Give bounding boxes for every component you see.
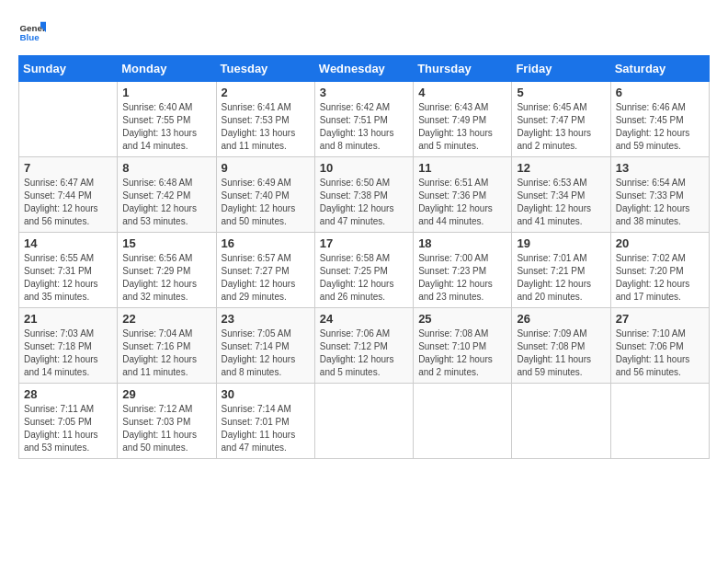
day-info: Sunrise: 6:58 AM Sunset: 7:25 PM Dayligh… [320, 252, 408, 304]
day-number: 28 [24, 387, 112, 401]
svg-text:Blue: Blue [20, 32, 40, 42]
day-number: 26 [517, 312, 605, 326]
day-info: Sunrise: 7:10 AM Sunset: 7:06 PM Dayligh… [616, 327, 704, 379]
week-row-1: 1Sunrise: 6:40 AM Sunset: 7:55 PM Daylig… [19, 82, 710, 157]
day-header-tuesday: Tuesday [216, 56, 314, 82]
day-info: Sunrise: 6:43 AM Sunset: 7:49 PM Dayligh… [418, 101, 506, 153]
day-number: 30 [222, 387, 310, 401]
calendar-cell: 23Sunrise: 7:05 AM Sunset: 7:14 PM Dayli… [216, 308, 314, 384]
day-info: Sunrise: 6:55 AM Sunset: 7:31 PM Dayligh… [24, 252, 112, 304]
calendar-cell: 14Sunrise: 6:55 AM Sunset: 7:31 PM Dayli… [19, 233, 118, 308]
calendar-cell [512, 384, 610, 459]
day-info: Sunrise: 7:06 AM Sunset: 7:12 PM Dayligh… [320, 327, 408, 379]
calendar-cell: 10Sunrise: 6:50 AM Sunset: 7:38 PM Dayli… [314, 157, 413, 233]
day-header-saturday: Saturday [610, 56, 709, 82]
day-info: Sunrise: 6:46 AM Sunset: 7:45 PM Dayligh… [616, 101, 704, 153]
calendar-cell: 28Sunrise: 7:11 AM Sunset: 7:05 PM Dayli… [19, 384, 118, 459]
calendar-cell: 9Sunrise: 6:49 AM Sunset: 7:40 PM Daylig… [216, 157, 314, 233]
calendar-cell: 29Sunrise: 7:12 AM Sunset: 7:03 PM Dayli… [118, 384, 216, 459]
day-info: Sunrise: 6:49 AM Sunset: 7:40 PM Dayligh… [222, 177, 310, 228]
day-number: 12 [517, 161, 605, 175]
calendar-cell: 16Sunrise: 6:57 AM Sunset: 7:27 PM Dayli… [216, 233, 314, 308]
day-header-friday: Friday [512, 56, 610, 82]
day-number: 6 [616, 86, 704, 99]
logo: General Blue [18, 18, 46, 46]
calendar-cell: 27Sunrise: 7:10 AM Sunset: 7:06 PM Dayli… [610, 308, 709, 384]
day-info: Sunrise: 6:41 AM Sunset: 7:53 PM Dayligh… [222, 101, 310, 153]
day-info: Sunrise: 7:11 AM Sunset: 7:05 PM Dayligh… [24, 403, 112, 454]
day-number: 17 [320, 236, 408, 250]
week-row-3: 14Sunrise: 6:55 AM Sunset: 7:31 PM Dayli… [19, 233, 710, 308]
day-number: 9 [222, 161, 310, 175]
day-number: 5 [517, 86, 605, 99]
day-number: 20 [616, 236, 704, 250]
calendar-cell: 19Sunrise: 7:01 AM Sunset: 7:21 PM Dayli… [512, 233, 610, 308]
day-info: Sunrise: 7:00 AM Sunset: 7:23 PM Dayligh… [418, 252, 506, 304]
calendar-cell: 11Sunrise: 6:51 AM Sunset: 7:36 PM Dayli… [414, 157, 512, 233]
day-header-monday: Monday [118, 56, 216, 82]
calendar-cell: 12Sunrise: 6:53 AM Sunset: 7:34 PM Dayli… [512, 157, 610, 233]
calendar-cell: 25Sunrise: 7:08 AM Sunset: 7:10 PM Dayli… [414, 308, 512, 384]
week-row-2: 7Sunrise: 6:47 AM Sunset: 7:44 PM Daylig… [19, 157, 710, 233]
calendar-cell: 20Sunrise: 7:02 AM Sunset: 7:20 PM Dayli… [610, 233, 709, 308]
calendar-cell: 24Sunrise: 7:06 AM Sunset: 7:12 PM Dayli… [314, 308, 413, 384]
day-number: 23 [222, 312, 310, 326]
header-row: SundayMondayTuesdayWednesdayThursdayFrid… [19, 56, 710, 82]
day-info: Sunrise: 6:50 AM Sunset: 7:38 PM Dayligh… [320, 177, 408, 228]
day-info: Sunrise: 6:42 AM Sunset: 7:51 PM Dayligh… [320, 101, 408, 153]
week-row-5: 28Sunrise: 7:11 AM Sunset: 7:05 PM Dayli… [19, 384, 710, 459]
day-info: Sunrise: 6:47 AM Sunset: 7:44 PM Dayligh… [24, 177, 112, 228]
calendar-cell: 3Sunrise: 6:42 AM Sunset: 7:51 PM Daylig… [314, 82, 413, 157]
day-info: Sunrise: 7:05 AM Sunset: 7:14 PM Dayligh… [222, 327, 310, 379]
day-info: Sunrise: 7:08 AM Sunset: 7:10 PM Dayligh… [418, 327, 506, 379]
day-info: Sunrise: 6:53 AM Sunset: 7:34 PM Dayligh… [517, 177, 605, 228]
day-info: Sunrise: 6:45 AM Sunset: 7:47 PM Dayligh… [517, 101, 605, 153]
page-header: General Blue [18, 18, 710, 46]
calendar-cell [19, 82, 118, 157]
week-row-4: 21Sunrise: 7:03 AM Sunset: 7:18 PM Dayli… [19, 308, 710, 384]
day-info: Sunrise: 7:01 AM Sunset: 7:21 PM Dayligh… [517, 252, 605, 304]
calendar-cell: 4Sunrise: 6:43 AM Sunset: 7:49 PM Daylig… [414, 82, 512, 157]
calendar-cell: 22Sunrise: 7:04 AM Sunset: 7:16 PM Dayli… [118, 308, 216, 384]
day-info: Sunrise: 7:02 AM Sunset: 7:20 PM Dayligh… [616, 252, 704, 304]
calendar-cell: 13Sunrise: 6:54 AM Sunset: 7:33 PM Dayli… [610, 157, 709, 233]
day-number: 19 [517, 236, 605, 250]
day-info: Sunrise: 6:40 AM Sunset: 7:55 PM Dayligh… [122, 101, 210, 153]
calendar-cell: 21Sunrise: 7:03 AM Sunset: 7:18 PM Dayli… [19, 308, 118, 384]
day-number: 25 [418, 312, 506, 326]
calendar-cell [414, 384, 512, 459]
calendar-cell: 17Sunrise: 6:58 AM Sunset: 7:25 PM Dayli… [314, 233, 413, 308]
day-number: 21 [24, 312, 112, 326]
day-info: Sunrise: 6:48 AM Sunset: 7:42 PM Dayligh… [122, 177, 210, 228]
day-info: Sunrise: 7:12 AM Sunset: 7:03 PM Dayligh… [122, 403, 210, 454]
calendar-cell: 6Sunrise: 6:46 AM Sunset: 7:45 PM Daylig… [610, 82, 709, 157]
calendar-cell: 8Sunrise: 6:48 AM Sunset: 7:42 PM Daylig… [118, 157, 216, 233]
calendar-cell: 5Sunrise: 6:45 AM Sunset: 7:47 PM Daylig… [512, 82, 610, 157]
day-number: 8 [122, 161, 210, 175]
day-number: 13 [616, 161, 704, 175]
day-number: 24 [320, 312, 408, 326]
day-header-thursday: Thursday [414, 56, 512, 82]
calendar-cell [610, 384, 709, 459]
day-number: 22 [122, 312, 210, 326]
day-number: 14 [24, 236, 112, 250]
day-info: Sunrise: 7:04 AM Sunset: 7:16 PM Dayligh… [122, 327, 210, 379]
day-number: 15 [122, 236, 210, 250]
day-number: 16 [222, 236, 310, 250]
day-number: 10 [320, 161, 408, 175]
day-info: Sunrise: 7:14 AM Sunset: 7:01 PM Dayligh… [222, 403, 310, 454]
calendar-cell [314, 384, 413, 459]
day-info: Sunrise: 7:03 AM Sunset: 7:18 PM Dayligh… [24, 327, 112, 379]
calendar-cell: 2Sunrise: 6:41 AM Sunset: 7:53 PM Daylig… [216, 82, 314, 157]
calendar-cell: 1Sunrise: 6:40 AM Sunset: 7:55 PM Daylig… [118, 82, 216, 157]
logo-icon: General Blue [18, 18, 46, 46]
day-number: 1 [122, 86, 210, 99]
calendar-cell: 7Sunrise: 6:47 AM Sunset: 7:44 PM Daylig… [19, 157, 118, 233]
day-info: Sunrise: 6:54 AM Sunset: 7:33 PM Dayligh… [616, 177, 704, 228]
day-number: 29 [122, 387, 210, 401]
day-number: 4 [418, 86, 506, 99]
calendar-cell: 15Sunrise: 6:56 AM Sunset: 7:29 PM Dayli… [118, 233, 216, 308]
day-number: 27 [616, 312, 704, 326]
day-header-wednesday: Wednesday [314, 56, 413, 82]
calendar-cell: 18Sunrise: 7:00 AM Sunset: 7:23 PM Dayli… [414, 233, 512, 308]
